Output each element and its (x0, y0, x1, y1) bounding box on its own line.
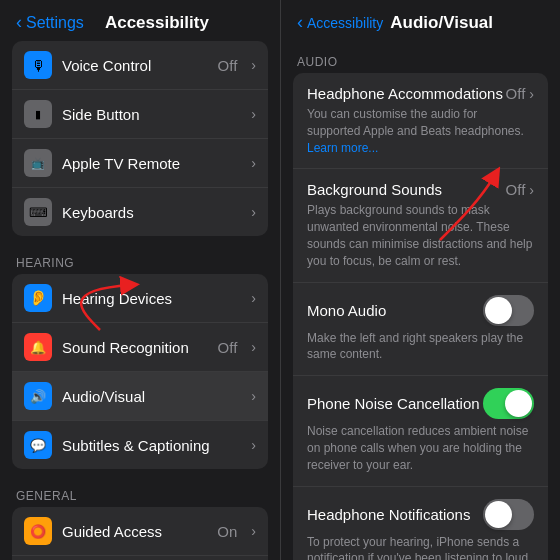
voice-control-icon: 🎙 (24, 51, 52, 79)
subtitles-icon: 💬 (24, 431, 52, 459)
right-item-mono-audio: Mono Audio Make the left and right speak… (293, 283, 548, 377)
mono-audio-desc: Make the left and right speakers play th… (307, 330, 534, 364)
menu-item-hearing-devices[interactable]: 👂 Hearing Devices › (12, 274, 268, 323)
menu-item-sound-recognition[interactable]: 🔔 Sound Recognition Off › (12, 323, 268, 372)
headphone-accommodations-desc: You can customise the audio for supporte… (307, 106, 534, 156)
hearing-devices-chevron-icon: › (251, 290, 256, 306)
subtitles-label: Subtitles & Captioning (62, 437, 241, 454)
side-button-icon: ▮ (24, 100, 52, 128)
background-sounds-chevron-icon: › (529, 182, 534, 198)
voice-control-label: Voice Control (62, 57, 208, 74)
menu-item-voice-control[interactable]: 🎙 Voice Control Off › (12, 41, 268, 90)
audio-visual-chevron-icon: › (251, 388, 256, 404)
guided-access-label: Guided Access (62, 523, 207, 540)
phone-noise-cancellation-toggle-knob (505, 390, 532, 417)
sound-recognition-value: Off (218, 339, 238, 356)
left-title: Accessibility (50, 13, 264, 33)
apple-tv-remote-chevron-icon: › (251, 155, 256, 171)
background-sounds-title: Background Sounds (307, 181, 506, 198)
phone-noise-cancellation-desc: Noise cancellation reduces ambient noise… (307, 423, 534, 473)
top-menu-group: 🎙 Voice Control Off › ▮ Side Button › 📺 … (12, 41, 268, 236)
keyboards-chevron-icon: › (251, 204, 256, 220)
left-scroll-area: 🎙 Voice Control Off › ▮ Side Button › 📺 … (0, 41, 280, 560)
right-item-headphone-accommodations[interactable]: Headphone Accommodations Off › You can c… (293, 73, 548, 169)
headphone-notifications-toggle-knob (485, 501, 512, 528)
sound-recognition-chevron-icon: › (251, 339, 256, 355)
hearing-section-label: HEARING (0, 240, 280, 274)
menu-item-guided-access[interactable]: ⭕ Guided Access On › (12, 507, 268, 556)
menu-item-side-button[interactable]: ▮ Side Button › (12, 90, 268, 139)
audio-visual-icon: 🔊 (24, 382, 52, 410)
apple-tv-remote-label: Apple TV Remote (62, 155, 241, 172)
menu-item-siri[interactable]: 🌊 Siri › (12, 556, 268, 560)
menu-item-audio-visual[interactable]: 🔊 Audio/Visual › (12, 372, 268, 421)
right-title: Audio/Visual (339, 13, 544, 33)
right-header: ‹ Accessibility Audio/Visual (281, 0, 560, 41)
sound-recognition-label: Sound Recognition (62, 339, 208, 356)
background-sounds-value: Off (506, 181, 526, 198)
right-item-headphone-notifications: Headphone Notifications To protect your … (293, 487, 548, 560)
right-scroll-area: AUDIO Headphone Accommodations Off › You… (281, 41, 560, 560)
left-header: ‹ Settings Accessibility (0, 0, 280, 41)
headphone-notifications-title: Headphone Notifications (307, 506, 483, 523)
hearing-devices-icon: 👂 (24, 284, 52, 312)
mono-audio-toggle[interactable] (483, 295, 534, 326)
sound-recognition-icon: 🔔 (24, 333, 52, 361)
general-menu-group: ⭕ Guided Access On › 🌊 Siri › ♿ Accessib… (12, 507, 268, 560)
voice-control-value: Off (218, 57, 238, 74)
guided-access-chevron-icon: › (251, 523, 256, 539)
menu-item-subtitles[interactable]: 💬 Subtitles & Captioning › (12, 421, 268, 469)
keyboards-label: Keyboards (62, 204, 241, 221)
general-section-label: GENERAL (0, 473, 280, 507)
audio-section-label: AUDIO (293, 41, 548, 73)
phone-noise-cancellation-title: Phone Noise Cancellation (307, 395, 483, 412)
subtitles-chevron-icon: › (251, 437, 256, 453)
audio-settings-group: Headphone Accommodations Off › You can c… (293, 73, 548, 560)
menu-item-keyboards[interactable]: ⌨ Keyboards › (12, 188, 268, 236)
audio-visual-label: Audio/Visual (62, 388, 241, 405)
guided-access-icon: ⭕ (24, 517, 52, 545)
headphone-accommodations-value: Off (506, 85, 526, 102)
phone-noise-cancellation-toggle[interactable] (483, 388, 534, 419)
mono-audio-toggle-knob (485, 297, 512, 324)
background-sounds-desc: Plays background sounds to mask unwanted… (307, 202, 534, 269)
guided-access-value: On (217, 523, 237, 540)
right-item-phone-noise-cancellation: Phone Noise Cancellation Noise cancellat… (293, 376, 548, 486)
keyboards-icon: ⌨ (24, 198, 52, 226)
side-button-label: Side Button (62, 106, 241, 123)
headphone-notifications-desc: To protect your hearing, iPhone sends a … (307, 534, 534, 560)
menu-item-apple-tv-remote[interactable]: 📺 Apple TV Remote › (12, 139, 268, 188)
right-item-background-sounds[interactable]: Background Sounds Off › Plays background… (293, 169, 548, 282)
right-back-chevron-icon: ‹ (297, 12, 303, 33)
mono-audio-title: Mono Audio (307, 302, 483, 319)
side-button-chevron-icon: › (251, 106, 256, 122)
back-chevron-icon: ‹ (16, 12, 22, 33)
apple-tv-remote-icon: 📺 (24, 149, 52, 177)
voice-control-chevron-icon: › (251, 57, 256, 73)
headphone-accommodations-chevron-icon: › (529, 86, 534, 102)
hearing-menu-group: 👂 Hearing Devices › 🔔 Sound Recognition … (12, 274, 268, 469)
learn-more-link[interactable]: Learn more... (307, 141, 378, 155)
headphone-notifications-toggle[interactable] (483, 499, 534, 530)
headphone-accommodations-title: Headphone Accommodations (307, 85, 506, 102)
hearing-devices-label: Hearing Devices (62, 290, 241, 307)
